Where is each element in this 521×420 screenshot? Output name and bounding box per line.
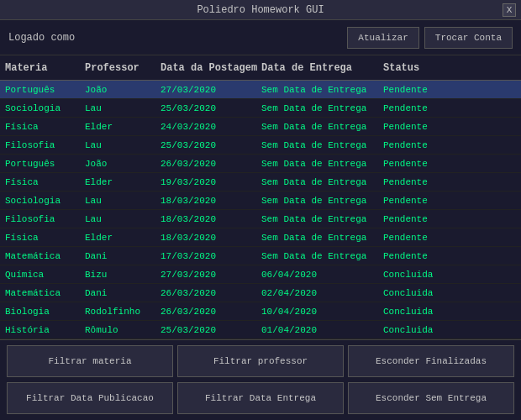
cell-professor: Elder [85,122,161,132]
cell-post-date: 25/03/2020 [161,103,261,113]
cell-subject: Português [5,159,85,169]
table-row[interactable]: Sociologia Lau 18/03/2020 Sem Data de En… [0,192,521,210]
cell-due-date: Sem Data de Entrega [261,251,383,261]
cell-post-date: 26/03/2020 [161,288,261,298]
cell-due-date: Sem Data de Entrega [261,214,383,224]
cell-status: Pendente [383,85,467,95]
cell-status: Pendente [383,122,467,132]
cell-subject: Física [5,233,85,243]
cell-professor: Elder [85,177,161,187]
table-row[interactable]: Português João 26/03/2020 Sem Data de En… [0,155,521,173]
cell-professor: Elder [85,233,161,243]
cell-professor: Lau [85,140,161,150]
filter-subject-button[interactable]: Filtrar materia [7,345,173,377]
filter-professor-button[interactable]: Filtrar professor [177,345,344,377]
cell-post-date: 26/03/2020 [161,307,261,317]
cell-subject: Matemática [5,251,85,261]
cell-post-date: 18/03/2020 [161,214,261,224]
close-button[interactable]: X [503,3,516,17]
cell-professor: Rodolfinho [85,307,161,317]
cell-subject: História [5,325,85,335]
cell-due-date: Sem Data de Entrega [261,140,383,150]
cell-subject: Sociologia [5,103,85,113]
cell-due-date: Sem Data de Entrega [261,159,383,169]
title-bar: Poliedro Homework GUI X [0,0,521,20]
header-post-date: Data da Postagem [161,62,261,74]
table-row[interactable]: Física Elder 18/03/2020 Sem Data de Entr… [0,228,521,247]
table-row[interactable]: Português João 27/03/2020 Sem Data de En… [0,81,521,99]
table-row[interactable]: Biologia Rodolfinho 26/03/2020 10/04/202… [0,302,521,321]
table-row[interactable]: Sociologia Lau 25/03/2020 Sem Data de En… [0,99,521,118]
cell-due-date: 02/04/2020 [261,288,383,298]
logged-as-label: Logado como [8,32,75,44]
cell-post-date: 24/03/2020 [161,122,261,132]
cell-status: Pendente [383,177,467,187]
cell-subject: Química [5,270,85,280]
filter-due-date-button[interactable]: Filtrar Data Entrega [177,382,344,414]
update-button[interactable]: Atualizar [347,27,418,49]
cell-subject: Biologia [5,307,85,317]
cell-due-date: 01/04/2020 [261,325,383,335]
top-bar: Logado como Atualizar Trocar Conta [0,20,521,55]
filter-post-date-button[interactable]: Filtrar Data Publicacao [7,382,173,414]
cell-post-date: 27/03/2020 [161,270,261,280]
cell-professor: Bizu [85,270,161,280]
cell-post-date: 18/03/2020 [161,233,261,243]
cell-subject: Filosofia [5,140,85,150]
cell-subject: Filosofia [5,214,85,224]
cell-post-date: 17/03/2020 [161,251,261,261]
cell-due-date: Sem Data de Entrega [261,177,383,187]
cell-professor: Lau [85,214,161,224]
cell-due-date: 10/04/2020 [261,307,383,317]
bottom-bar: Filtrar materia Filtrar professor Escond… [0,339,521,420]
table-body[interactable]: Português João 27/03/2020 Sem Data de En… [0,81,521,339]
cell-status: Pendente [383,251,467,261]
cell-post-date: 25/03/2020 [161,325,261,335]
cell-subject: Matemática [5,288,85,298]
cell-professor: João [85,85,161,95]
table-header: Materia Professor Data da Postagem Data … [0,55,521,81]
table-row[interactable]: Matemática Dani 17/03/2020 Sem Data de E… [0,247,521,265]
cell-status: Pendente [383,103,467,113]
cell-due-date: 06/04/2020 [261,270,383,280]
header-subject: Materia [5,62,85,74]
cell-status: Concluida [383,307,467,317]
cell-professor: João [85,159,161,169]
cell-post-date: 19/03/2020 [161,177,261,187]
header-professor: Professor [85,62,161,74]
table-row[interactable]: Filosofia Lau 25/03/2020 Sem Data de Ent… [0,136,521,155]
table-row[interactable]: Filosofia Lau 18/03/2020 Sem Data de Ent… [0,210,521,228]
cell-professor: Dani [85,288,161,298]
cell-due-date: Sem Data de Entrega [261,103,383,113]
cell-professor: Dani [85,251,161,261]
window-title: Poliedro Homework GUI [197,4,324,16]
cell-status: Pendente [383,196,467,206]
cell-status: Concluida [383,288,467,298]
cell-due-date: Sem Data de Entrega [261,85,383,95]
cell-professor: Rômulo [85,325,161,335]
cell-due-date: Sem Data de Entrega [261,196,383,206]
cell-status: Pendente [383,140,467,150]
switch-account-button[interactable]: Trocar Conta [424,27,513,49]
cell-status: Concluida [383,325,467,335]
table-row[interactable]: História Rômulo 25/03/2020 01/04/2020 Co… [0,321,521,339]
cell-post-date: 26/03/2020 [161,159,261,169]
cell-post-date: 27/03/2020 [161,85,261,95]
cell-post-date: 18/03/2020 [161,196,261,206]
cell-status: Pendente [383,214,467,224]
header-status: Status [383,62,467,74]
table-row[interactable]: Química Bizu 27/03/2020 06/04/2020 Concl… [0,265,521,284]
table-row[interactable]: Física Elder 24/03/2020 Sem Data de Entr… [0,118,521,136]
cell-status: Pendente [383,233,467,243]
cell-post-date: 25/03/2020 [161,140,261,150]
top-buttons: Atualizar Trocar Conta [347,27,513,49]
hide-finalized-button[interactable]: Esconder Finalizadas [348,345,514,377]
cell-due-date: Sem Data de Entrega [261,122,383,132]
hide-no-delivery-button[interactable]: Esconder Sem Entrega [348,382,514,414]
cell-subject: Sociologia [5,196,85,206]
table-row[interactable]: Matemática Dani 26/03/2020 02/04/2020 Co… [0,284,521,302]
table-row[interactable]: Física Elder 19/03/2020 Sem Data de Entr… [0,173,521,192]
cell-subject: Física [5,122,85,132]
cell-due-date: Sem Data de Entrega [261,233,383,243]
cell-professor: Lau [85,196,161,206]
